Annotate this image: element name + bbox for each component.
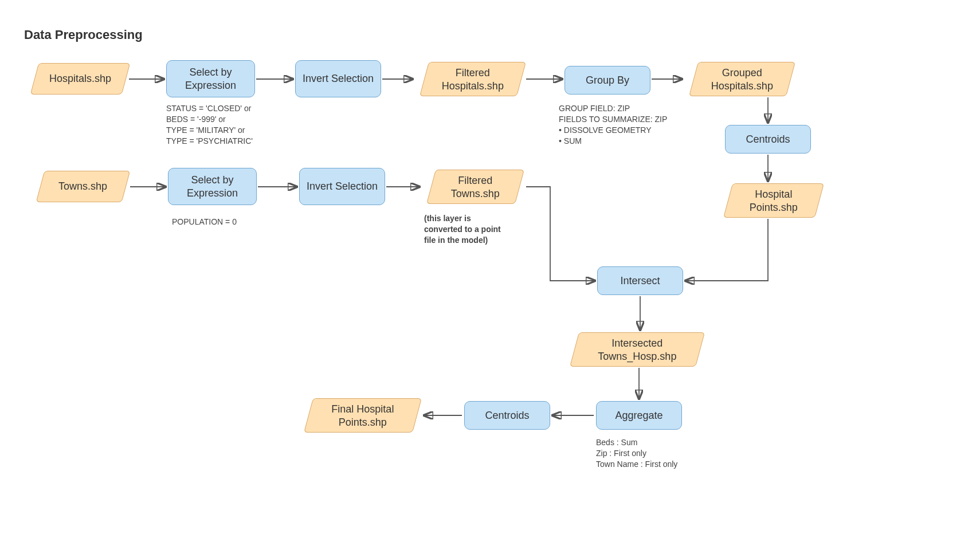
process-invert-selection-towns-label: Invert Selection [307, 180, 378, 193]
caption-aggregate: Beds : Sum Zip : First only Town Name : … [596, 437, 677, 470]
process-aggregate: Aggregate [596, 401, 682, 430]
process-centroids-1-label: Centroids [746, 133, 790, 146]
caption-filtered-towns: (this layer is converted to a point file… [424, 213, 501, 246]
process-centroids-2: Centroids [464, 401, 550, 430]
process-intersect-label: Intersect [620, 274, 660, 288]
data-towns-shp-label: Towns.shp [58, 180, 107, 193]
data-intersected: Intersected Towns_Hosp.shp [570, 332, 705, 367]
arrow-hpoints-to-intersect [685, 219, 768, 281]
process-aggregate-label: Aggregate [615, 409, 663, 422]
caption-group-by: GROUP FIELD: ZIP FIELDS TO SUMMARIZE: ZI… [559, 103, 667, 147]
data-hospital-points: Hospital Points.shp [723, 183, 824, 218]
diagram-canvas: Data Preprocessing Hospitals.shp Select … [0, 0, 980, 542]
data-final-hospital-points: Final Hospital Points.shp [304, 398, 422, 433]
data-hospitals-shp-label: Hospitals.shp [49, 72, 111, 85]
process-intersect: Intersect [597, 266, 683, 295]
caption-select-expression-towns: POPULATION = 0 [172, 217, 237, 227]
data-hospital-points-label: Hospital Points.shp [734, 188, 813, 214]
process-select-expression-hospitals-label: Select by Expression [173, 66, 249, 92]
process-group-by: Group By [565, 66, 650, 95]
data-grouped-hospitals-label: Grouped Hospitals.shp [700, 66, 785, 92]
process-select-expression-towns: Select by Expression [168, 168, 257, 205]
data-filtered-towns-label: Filtered Towns.shp [437, 174, 513, 200]
process-select-expression-towns-label: Select by Expression [174, 174, 250, 199]
process-centroids-1: Centroids [725, 125, 811, 154]
arrow-filteredtowns-to-intersect [526, 187, 595, 281]
data-intersected-label: Intersected Towns_Hosp.shp [581, 337, 694, 363]
page-title: Data Preprocessing [24, 28, 143, 42]
data-towns-shp: Towns.shp [36, 171, 131, 202]
process-invert-selection-hospitals-label: Invert Selection [303, 72, 374, 85]
process-invert-selection-hospitals: Invert Selection [295, 60, 381, 97]
data-final-hospital-points-label: Final Hospital Points.shp [315, 403, 411, 429]
data-grouped-hospitals: Grouped Hospitals.shp [689, 62, 795, 96]
data-filtered-hospitals: Filtered Hospitals.shp [420, 62, 526, 96]
data-filtered-hospitals-label: Filtered Hospitals.shp [430, 66, 515, 92]
data-filtered-towns: Filtered Towns.shp [426, 170, 524, 204]
data-hospitals-shp: Hospitals.shp [30, 63, 131, 95]
process-group-by-label: Group By [586, 74, 629, 87]
process-invert-selection-towns: Invert Selection [299, 168, 385, 205]
process-centroids-2-label: Centroids [485, 409, 529, 422]
caption-select-expression-hospitals: STATUS = 'CLOSED' or BEDS = '-999' or TY… [166, 103, 253, 147]
process-select-expression-hospitals: Select by Expression [166, 60, 255, 97]
